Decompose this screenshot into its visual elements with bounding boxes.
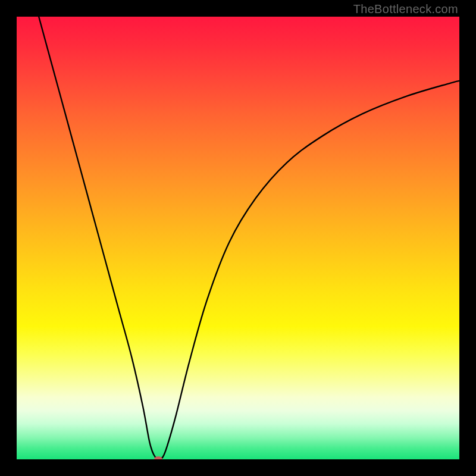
chart-plot-area <box>17 17 459 459</box>
optimal-point-marker <box>154 456 162 459</box>
bottleneck-curve <box>17 17 459 459</box>
watermark-text: TheBottleneck.com <box>353 2 458 16</box>
